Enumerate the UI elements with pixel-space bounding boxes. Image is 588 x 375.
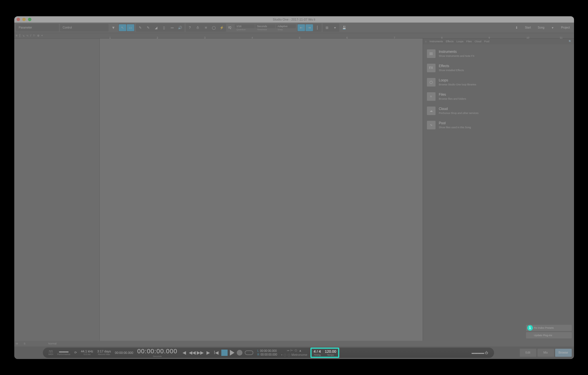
position-small-display[interactable]: 00:00:00.000 bbox=[115, 351, 133, 354]
action-tool[interactable]: ⚡ bbox=[218, 24, 226, 31]
files-icon: ≡ bbox=[427, 92, 436, 101]
quantize-select[interactable]: 1/16 bbox=[235, 24, 255, 28]
browser-item-cloud[interactable]: ☁ CloudPreSonus Shop and other services bbox=[426, 104, 571, 118]
save-button[interactable]: 💾 bbox=[340, 24, 348, 31]
ruler-marker-icon[interactable]: ⊕ bbox=[37, 34, 39, 37]
autoscroll-group: ⇤ ⇥ ⎮ bbox=[297, 24, 322, 32]
performance-meter[interactable]: ▬▬▬Performance bbox=[57, 350, 70, 356]
menu-icon[interactable]: ≡ bbox=[16, 34, 18, 37]
pencil-tool[interactable]: ✎ bbox=[137, 24, 144, 31]
zoom-tool[interactable]: ◯ bbox=[210, 24, 218, 31]
ruler-plus-icon[interactable]: + bbox=[41, 34, 43, 37]
grid-dropdown[interactable]: ▾ bbox=[331, 24, 339, 31]
ruler-flag-icon[interactable]: ⚐ bbox=[33, 34, 35, 37]
time-signature-display[interactable]: 4 / 4Timing bbox=[314, 349, 321, 356]
paint-tool[interactable]: ✎ bbox=[145, 24, 152, 31]
download-icon[interactable]: ⬇ bbox=[513, 24, 520, 31]
reindex-presets-button[interactable]: 1 Re-Index Presets bbox=[526, 325, 572, 331]
ruler-arrow-icon[interactable]: ↘ bbox=[22, 34, 25, 37]
browser-item-instruments[interactable]: |||| InstrumentsShow Instruments and Not… bbox=[426, 47, 571, 61]
tempo-display[interactable]: 120.00Tempo bbox=[325, 349, 336, 356]
track-list-panel bbox=[14, 39, 100, 341]
browser-tab-effects[interactable]: Effects bbox=[446, 40, 453, 43]
stop-button[interactable] bbox=[221, 350, 228, 356]
record-button[interactable] bbox=[237, 350, 242, 356]
autoscroll-right-button[interactable]: ⇥ bbox=[306, 24, 313, 31]
browser-tab-loops[interactable]: Loops bbox=[456, 40, 463, 43]
autoscroll-split-button[interactable]: ⎮ bbox=[314, 24, 321, 31]
edit-view-button[interactable]: Edit bbox=[520, 349, 536, 357]
browser-tab-files[interactable]: Files bbox=[466, 40, 472, 43]
snap-select[interactable]: Adaptive bbox=[276, 24, 296, 28]
maximize-window-button[interactable] bbox=[28, 18, 31, 21]
browser-tab-cloud[interactable]: Cloud bbox=[475, 40, 481, 43]
browser-panel: ⌂ Instruments Effects Loops Files Cloud … bbox=[423, 39, 574, 341]
dropdown-icon[interactable]: ▾ bbox=[110, 24, 117, 31]
timing-tempo-section[interactable]: 4 / 4Timing 120.00Tempo bbox=[311, 348, 338, 357]
browser-item-effects[interactable]: FX EffectsShow installed Effects bbox=[426, 61, 571, 75]
nav-tools-group: ? ⫛ ⤲ ◯ ⚡ bbox=[186, 24, 226, 32]
mute-tool[interactable]: ↦ bbox=[168, 24, 176, 31]
metronome-icon[interactable]: ▲ bbox=[299, 349, 302, 352]
song-page-link[interactable]: Song bbox=[535, 25, 547, 30]
forward-button[interactable]: ▶▶ bbox=[197, 350, 203, 356]
bend-tool[interactable]: ⤲ bbox=[202, 24, 210, 31]
position-main-display[interactable]: 00:00:00.000Seconds bbox=[137, 348, 177, 358]
eraser-tool[interactable]: ◢ bbox=[152, 24, 160, 31]
start-page-link[interactable]: Start bbox=[523, 25, 533, 30]
forward-end-button[interactable]: ▶ bbox=[205, 350, 211, 356]
play-button[interactable] bbox=[230, 350, 234, 356]
autoscroll-left-button[interactable]: ⇤ bbox=[298, 24, 305, 31]
browse-view-button[interactable]: Browse bbox=[555, 349, 572, 357]
precount-icon[interactable]: ⊢ bbox=[290, 349, 293, 352]
iq-button[interactable]: IQ bbox=[227, 24, 233, 31]
parameter-display[interactable]: Parameter bbox=[16, 24, 59, 31]
return-to-start-button[interactable]: I◀ bbox=[213, 350, 219, 356]
arrow-tool[interactable]: ↖ bbox=[119, 24, 126, 31]
home-icon[interactable]: ⌂ bbox=[425, 40, 427, 43]
ruler-line-icon[interactable]: / bbox=[30, 34, 31, 37]
click-icon[interactable]: ⏲ bbox=[294, 349, 298, 352]
metronome-section[interactable]: ↣⊢⏲▲ •◌◌Metronome bbox=[281, 349, 308, 357]
loop-button[interactable] bbox=[245, 350, 253, 355]
strip-silence-tool[interactable]: ⫛ bbox=[194, 24, 202, 31]
update-plugins-button[interactable]: Update Plug-ins bbox=[526, 332, 572, 338]
loop-range-display[interactable]: L00:00:00.000 R00:00:00.000 bbox=[257, 349, 277, 356]
ruler-tool-icon[interactable]: ⎮ bbox=[19, 34, 21, 37]
track-footer-strip: M S Normal bbox=[14, 341, 574, 346]
browser-item-loops[interactable]: ◯ LoopsBrowse Studio One loop libraries bbox=[426, 75, 571, 89]
control-display[interactable]: Control bbox=[60, 24, 109, 31]
close-window-button[interactable] bbox=[17, 18, 20, 21]
timebase-select[interactable]: Seconds bbox=[255, 24, 275, 28]
mute-all-label[interactable]: M bbox=[16, 342, 18, 345]
misc-group: ⊞ ▾ bbox=[323, 24, 339, 32]
search-icon[interactable]: 🔍 bbox=[569, 40, 572, 43]
master-meter[interactable]: ▬▬▬▬ ⏻ bbox=[471, 351, 488, 354]
rewind-button[interactable]: ◀◀ bbox=[189, 350, 195, 356]
browser-tab-pool[interactable]: Pool bbox=[484, 40, 489, 43]
ruler-wave-icon[interactable]: ∿ bbox=[26, 34, 29, 37]
window-titlebar: Studio One - 2017-11-07 Wu li bbox=[14, 16, 574, 23]
loops-icon: ◯ bbox=[427, 78, 436, 87]
mix-view-button[interactable]: Mix bbox=[537, 349, 554, 357]
listen-tool[interactable]: 🔊 bbox=[176, 24, 184, 31]
split-tool[interactable]: ▯ bbox=[160, 24, 168, 31]
browser-item-pool[interactable]: ∿ PoolShow files used in this Song bbox=[426, 118, 571, 132]
arrange-view[interactable] bbox=[100, 39, 423, 341]
automation-mode[interactable]: Normal bbox=[48, 342, 57, 345]
grid-button[interactable]: ⊞ bbox=[323, 24, 331, 31]
minimize-window-button[interactable] bbox=[22, 18, 26, 21]
ruler-row: ≡ ⎮ ↘ ∿ / ⚐ ⊕ + 1 2 3 4 5 6 7 8 9 10 11 bbox=[14, 33, 574, 39]
rewind-start-button[interactable]: ◀ bbox=[181, 350, 187, 356]
preroll-icon[interactable]: ↣ bbox=[287, 349, 289, 352]
cloud-icon: ☁ bbox=[427, 107, 436, 115]
solo-all-label[interactable]: S bbox=[24, 342, 25, 345]
playhead[interactable] bbox=[100, 39, 100, 341]
help-tool[interactable]: ? bbox=[186, 24, 194, 31]
song-dropdown[interactable]: ▾ bbox=[549, 24, 556, 31]
sample-rate-display[interactable]: 44.1 kHz0.0 ms bbox=[81, 350, 93, 356]
browser-item-files[interactable]: ≡ FilesBrowse files and folders bbox=[426, 89, 571, 104]
browser-tab-instruments[interactable]: Instruments bbox=[430, 40, 443, 43]
project-page-link[interactable]: Project bbox=[559, 25, 572, 30]
range-tool[interactable]: ▭ bbox=[127, 24, 134, 31]
